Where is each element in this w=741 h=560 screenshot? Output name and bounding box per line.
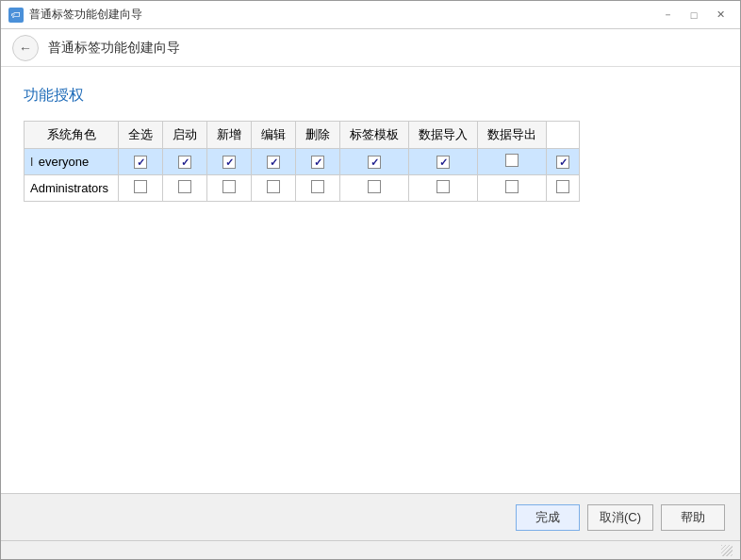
checkbox[interactable] <box>178 180 191 193</box>
col-header-import: 数据导入 <box>409 122 478 149</box>
checkbox[interactable] <box>311 156 324 169</box>
checkbox-cell[interactable] <box>163 149 207 175</box>
finish-button[interactable]: 完成 <box>516 504 580 531</box>
table-row[interactable]: I everyone <box>25 149 580 175</box>
checkbox[interactable] <box>222 156 236 169</box>
checkbox[interactable] <box>505 180 519 193</box>
checkbox[interactable] <box>134 156 147 169</box>
checkbox-cell[interactable] <box>252 175 296 202</box>
table-row[interactable]: Administrators <box>25 175 580 202</box>
back-button[interactable]: ← <box>12 35 39 61</box>
cancel-button[interactable]: 取消(C) <box>587 504 653 531</box>
close-button[interactable]: ✕ <box>708 6 733 25</box>
col-header-export: 数据导出 <box>478 122 547 149</box>
col-header-edit: 编辑 <box>252 122 296 149</box>
table-header-row: 系统角色 全选 启动 新增 编辑 删除 标签模板 数据导入 数据导出 <box>25 122 580 149</box>
checkbox-cell[interactable] <box>119 175 163 202</box>
section-title: 功能授权 <box>24 86 717 106</box>
minimize-button[interactable]: － <box>655 6 680 25</box>
checkbox-cell[interactable] <box>340 149 409 175</box>
checkbox-cell[interactable] <box>207 149 252 175</box>
checkbox-cell[interactable] <box>547 175 580 202</box>
nav-bar: ← 普通标签功能创建向导 <box>1 29 740 67</box>
checkbox-cell[interactable] <box>478 149 547 175</box>
status-bar-right <box>721 545 733 556</box>
checkbox[interactable] <box>505 154 519 167</box>
col-header-launch: 启动 <box>163 122 207 149</box>
checkbox[interactable] <box>368 156 381 169</box>
col-header-all: 全选 <box>119 122 163 149</box>
checkbox-cell[interactable] <box>409 149 478 175</box>
checkbox-cell[interactable] <box>252 149 296 175</box>
checkbox[interactable] <box>556 156 569 169</box>
main-window: 🏷 普通标签功能创建向导 － □ ✕ ← 普通标签功能创建向导 功能授权 系统角… <box>0 0 741 560</box>
checkbox[interactable] <box>368 180 381 193</box>
col-header-role: 系统角色 <box>25 122 119 149</box>
title-bar: 🏷 普通标签功能创建向导 － □ ✕ <box>1 1 740 29</box>
checkbox[interactable] <box>556 180 569 193</box>
checkbox-cell[interactable] <box>163 175 207 202</box>
checkbox-cell[interactable] <box>547 149 580 175</box>
window-title: 普通标签功能创建向导 <box>29 7 655 23</box>
app-icon: 🏷 <box>8 8 24 23</box>
checkbox[interactable] <box>178 156 191 169</box>
help-button[interactable]: 帮助 <box>661 504 725 531</box>
checkbox-cell[interactable] <box>296 175 340 202</box>
col-header-add: 新增 <box>207 122 252 149</box>
status-bar <box>1 540 740 559</box>
checkbox-cell[interactable] <box>119 149 163 175</box>
role-name: Administrators <box>30 181 108 195</box>
checkbox-cell[interactable] <box>207 175 252 202</box>
checkbox-cell[interactable] <box>409 175 478 202</box>
checkbox[interactable] <box>267 180 280 193</box>
footer: 完成 取消(C) 帮助 <box>1 493 740 540</box>
col-header-delete: 删除 <box>296 122 340 149</box>
resize-grip <box>721 545 733 556</box>
checkbox[interactable] <box>222 180 236 193</box>
checkbox[interactable] <box>134 180 147 193</box>
title-bar-controls: － □ ✕ <box>655 6 733 25</box>
checkbox-cell[interactable] <box>478 175 547 202</box>
restore-button[interactable]: □ <box>682 6 706 25</box>
role-name: everyone <box>39 155 89 169</box>
checkbox[interactable] <box>311 180 324 193</box>
role-cell: Administrators <box>25 175 119 202</box>
checkbox-cell[interactable] <box>296 149 340 175</box>
content-area: 功能授权 系统角色 全选 启动 新增 编辑 删除 标签模板 数据导入 数据导出 … <box>1 67 740 493</box>
checkbox-cell[interactable] <box>340 175 409 202</box>
checkbox[interactable] <box>267 156 280 169</box>
permissions-table: 系统角色 全选 启动 新增 编辑 删除 标签模板 数据导入 数据导出 I eve… <box>24 121 580 202</box>
checkbox[interactable] <box>436 156 450 169</box>
nav-title: 普通标签功能创建向导 <box>48 40 180 57</box>
col-header-template: 标签模板 <box>340 122 409 149</box>
role-cell: I everyone <box>25 149 119 175</box>
checkbox[interactable] <box>436 180 450 193</box>
